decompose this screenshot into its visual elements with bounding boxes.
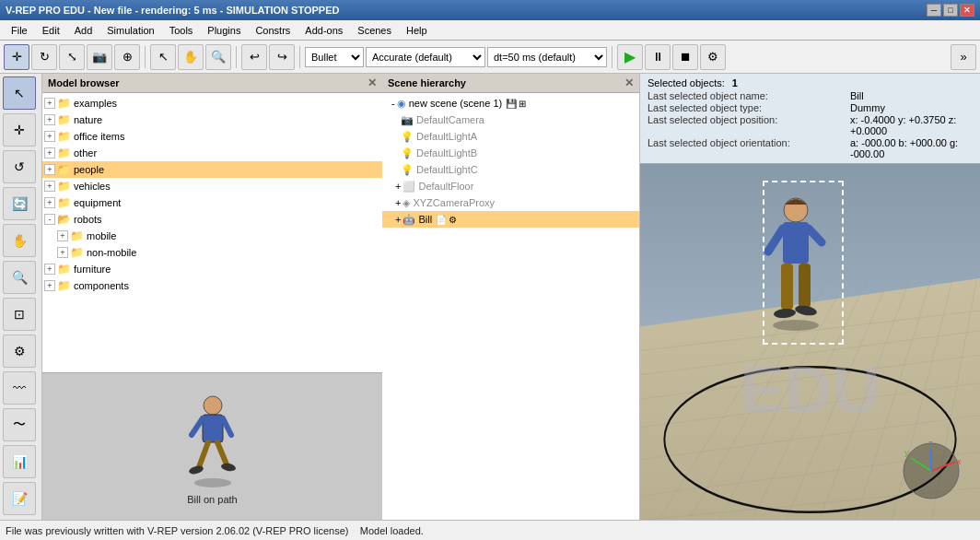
scene-item-defaultlightc[interactable]: 💡 DefaultLightC bbox=[382, 161, 639, 178]
tree-item-people[interactable]: + 📁 people bbox=[42, 161, 382, 178]
expander-mobile[interactable]: + bbox=[57, 230, 68, 241]
path-tool[interactable]: 〰 bbox=[3, 371, 36, 405]
expander-xyzcameraproxy[interactable]: + bbox=[395, 197, 401, 208]
3d-canvas[interactable]: EDU bbox=[640, 164, 980, 520]
menu-constrs[interactable]: Constrs bbox=[248, 23, 298, 38]
joint-tool[interactable]: ⚙ bbox=[3, 335, 36, 368]
expander-non-mobile[interactable]: + bbox=[57, 247, 68, 258]
scene-item-defaultcamera[interactable]: 📷 DefaultCamera bbox=[382, 112, 639, 128]
tree-label-equipment: equipment bbox=[74, 197, 121, 208]
tree-label-people: people bbox=[74, 164, 104, 175]
tree-item-non-mobile[interactable]: + 📁 non-mobile bbox=[42, 244, 382, 261]
scene-icon-xyzcameraproxy: ◈ bbox=[402, 197, 410, 209]
camera-rotate-tool[interactable]: 🔄 bbox=[3, 187, 36, 220]
minimize-button[interactable]: ─ bbox=[927, 4, 941, 17]
tree-item-other[interactable]: + 📁 other bbox=[42, 145, 382, 161]
sim-settings-button[interactable]: ⚙ bbox=[700, 44, 726, 70]
expander-equipment[interactable]: + bbox=[44, 197, 55, 208]
scene-item-xyzcameraproxy[interactable]: + ◈ XYZCameraProxy bbox=[382, 194, 639, 211]
model-browser-close[interactable]: ✕ bbox=[368, 76, 377, 89]
scene-hierarchy-close[interactable]: ✕ bbox=[624, 76, 634, 89]
toolbox: ↖ ✛ ↺ 🔄 ✋ 🔍 ⊡ ⚙ 〰 〜 📊 📝 bbox=[0, 74, 42, 520]
tree-item-office-items[interactable]: + 📁 office items bbox=[42, 128, 382, 145]
scene-item-defaultlightb[interactable]: 💡 DefaultLightB bbox=[382, 145, 639, 161]
scale-tool-button[interactable]: ⤡ bbox=[59, 44, 85, 70]
more-button[interactable]: » bbox=[951, 44, 976, 70]
tree-item-robots[interactable]: - 📂 robots bbox=[42, 211, 382, 228]
redo-button[interactable]: ↪ bbox=[269, 44, 295, 70]
scene-item-defaultlighta[interactable]: 💡 DefaultLightA bbox=[382, 128, 639, 145]
tree-item-equipment[interactable]: + 📁 equipment bbox=[42, 194, 382, 211]
rotate-obj-tool[interactable]: ↺ bbox=[3, 150, 36, 183]
bill-script-icon[interactable]: 📄 bbox=[436, 215, 447, 225]
tree-item-components[interactable]: + 📁 components bbox=[42, 277, 382, 294]
move-tool-button[interactable]: ✛ bbox=[4, 44, 29, 70]
scene-item-scene1[interactable]: - ◉ new scene (scene 1) 💾 ⊞ bbox=[382, 95, 639, 112]
expander-scene1[interactable]: - bbox=[391, 98, 395, 109]
move-obj-tool[interactable]: ✛ bbox=[3, 113, 36, 147]
menu-scenes[interactable]: Scenes bbox=[350, 23, 399, 38]
menu-plugins[interactable]: Plugins bbox=[200, 23, 248, 38]
camera-pan-tool[interactable]: ✋ bbox=[3, 224, 36, 257]
expander-other[interactable]: + bbox=[44, 147, 55, 158]
physics-engine-select[interactable]: Bullet ODE Vortex Newton bbox=[305, 47, 364, 67]
expander-examples[interactable]: + bbox=[44, 98, 55, 109]
bill-figure-svg bbox=[759, 192, 833, 348]
pan-tool-button[interactable]: ✋ bbox=[178, 44, 204, 70]
play-button[interactable]: ▶ bbox=[617, 44, 643, 70]
menu-file[interactable]: File bbox=[4, 23, 35, 38]
script-tool[interactable]: 📝 bbox=[3, 482, 36, 515]
expander-defaultfloor[interactable]: + bbox=[395, 181, 401, 192]
menu-edit[interactable]: Edit bbox=[35, 23, 67, 38]
expander-people[interactable]: + bbox=[44, 164, 55, 175]
model-browser-tree[interactable]: + 📁 examples + 📁 nature + 📁 office items… bbox=[42, 93, 382, 372]
expander-robots[interactable]: - bbox=[44, 214, 55, 225]
folder-icon-equipment: 📁 bbox=[57, 196, 71, 209]
menu-add[interactable]: Add bbox=[67, 23, 100, 38]
menu-addons[interactable]: Add-ons bbox=[298, 23, 350, 38]
accuracy-select[interactable]: Accurate (default) Fast bbox=[366, 47, 485, 67]
close-button[interactable]: ✕ bbox=[960, 4, 974, 17]
status-bar: File was previously written with V-REP v… bbox=[0, 520, 980, 540]
wire-tool[interactable]: 〜 bbox=[3, 408, 36, 441]
scene-item-bill[interactable]: + 🤖 Bill 📄 ⚙ bbox=[382, 211, 639, 228]
bill-config-icon[interactable]: ⚙ bbox=[449, 215, 457, 225]
maximize-button[interactable]: □ bbox=[943, 4, 958, 17]
rotate-tool-button[interactable]: ↻ bbox=[31, 44, 57, 70]
expander-bill[interactable]: + bbox=[395, 214, 401, 225]
tree-item-mobile[interactable]: + 📁 mobile bbox=[42, 228, 382, 244]
camera-tool-button[interactable]: 📷 bbox=[87, 44, 112, 70]
scene-label-defaultlighta: DefaultLightA bbox=[416, 131, 477, 142]
stop-button[interactable]: ⏹ bbox=[672, 44, 698, 70]
pointer-tool-button[interactable]: ↖ bbox=[150, 44, 176, 70]
main-area: ↖ ✛ ↺ 🔄 ✋ 🔍 ⊡ ⚙ 〰 〜 📊 📝 Model browser ✕ … bbox=[0, 74, 980, 520]
scene-hierarchy-tree[interactable]: - ◉ new scene (scene 1) 💾 ⊞ 📷 DefaultCam… bbox=[382, 93, 639, 520]
zoom-tool-button[interactable]: 🔍 bbox=[205, 44, 231, 70]
scene-layout-icon[interactable]: ⊞ bbox=[519, 99, 526, 109]
target-tool-button[interactable]: ⊕ bbox=[114, 44, 140, 70]
menu-tools[interactable]: Tools bbox=[162, 23, 201, 38]
info-grid: Last selected object name: Bill Last sel… bbox=[648, 90, 973, 159]
graph-tool[interactable]: 📊 bbox=[3, 445, 36, 478]
expander-nature[interactable]: + bbox=[44, 114, 55, 125]
expander-components[interactable]: + bbox=[44, 280, 55, 291]
timestep-select[interactable]: dt=50 ms (default) dt=10 ms dt=25 ms bbox=[487, 47, 607, 67]
expander-office-items[interactable]: + bbox=[44, 131, 55, 142]
select-tool[interactable]: ↖ bbox=[3, 76, 36, 110]
camera-zoom-tool[interactable]: 🔍 bbox=[3, 261, 36, 294]
expander-vehicles[interactable]: + bbox=[44, 181, 55, 192]
pause-button[interactable]: ⏸ bbox=[645, 44, 671, 70]
tree-item-examples[interactable]: + 📁 examples bbox=[42, 95, 382, 112]
scene-label-defaultcamera: DefaultCamera bbox=[416, 114, 484, 125]
menu-help[interactable]: Help bbox=[399, 23, 435, 38]
camera-fit-tool[interactable]: ⊡ bbox=[3, 298, 36, 331]
undo-button[interactable]: ↩ bbox=[241, 44, 267, 70]
tree-item-nature[interactable]: + 📁 nature bbox=[42, 112, 382, 128]
tree-item-vehicles[interactable]: + 📁 vehicles bbox=[42, 178, 382, 194]
tree-item-furniture[interactable]: + 📁 furniture bbox=[42, 261, 382, 277]
expander-furniture[interactable]: + bbox=[44, 264, 55, 275]
scene-save-icon[interactable]: 💾 bbox=[506, 99, 517, 109]
scene-item-defaultfloor[interactable]: + ⬜ DefaultFloor bbox=[382, 178, 639, 194]
menu-simulation[interactable]: Simulation bbox=[99, 23, 161, 38]
model-browser-header: Model browser ✕ bbox=[42, 74, 382, 93]
